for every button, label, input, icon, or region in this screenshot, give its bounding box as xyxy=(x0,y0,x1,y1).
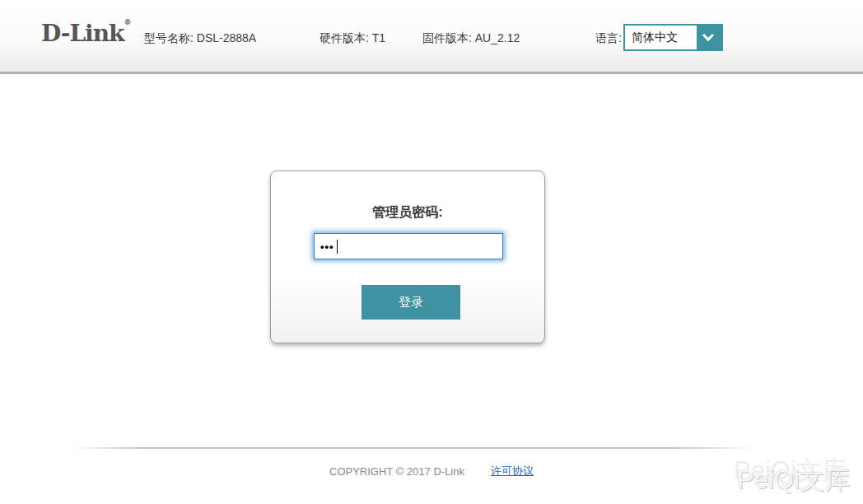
firmware-version-info: 固件版本: AU_2.12 xyxy=(422,31,520,46)
dlink-logo-text: D-Link xyxy=(41,20,124,47)
password-input[interactable] xyxy=(314,233,503,259)
header-bar: D-Link® 型号名称: DSL-2888A 硬件版本: T1 固件版本: A… xyxy=(0,0,863,74)
chevron-down-icon[interactable] xyxy=(697,25,722,50)
footer-divider xyxy=(72,447,758,449)
login-panel: 管理员密码: 登录 xyxy=(270,170,545,343)
dlink-logo: D-Link® xyxy=(41,20,132,47)
text-caret xyxy=(337,240,338,254)
router-login-page: D-Link® 型号名称: DSL-2888A 硬件版本: T1 固件版本: A… xyxy=(0,0,863,504)
model-name-info: 型号名称: DSL-2888A xyxy=(144,31,256,46)
language-selected-value: 简体中文 xyxy=(632,30,678,45)
language-label: 语言: xyxy=(595,31,622,46)
admin-password-label: 管理员密码: xyxy=(271,204,544,222)
password-field-wrapper xyxy=(314,233,503,259)
footer: COPYRIGHT © 2017 D-Link 许可协议 xyxy=(0,464,863,478)
hardware-version-info: 硬件版本: T1 xyxy=(320,31,385,46)
language-select[interactable]: 简体中文 xyxy=(623,24,723,51)
login-button[interactable]: 登录 xyxy=(362,285,460,320)
copyright-text: COPYRIGHT © 2017 D-Link xyxy=(329,465,464,478)
license-agreement-link[interactable]: 许可协议 xyxy=(491,464,534,478)
registered-mark: ® xyxy=(124,18,132,26)
